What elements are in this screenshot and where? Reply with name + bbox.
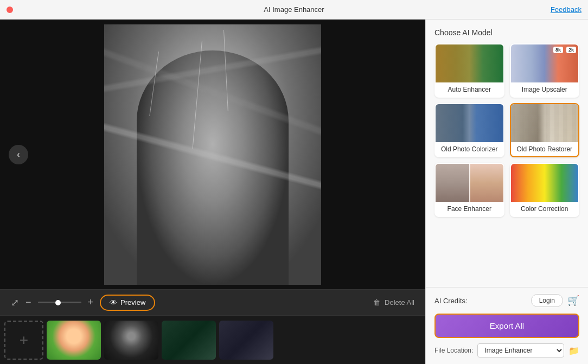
model-card-image-upscaler[interactable]: Image Upscaler	[510, 43, 580, 98]
split-line	[469, 164, 470, 202]
feedback-link[interactable]: Feedback	[551, 5, 581, 14]
models-title: Choose AI Model	[434, 28, 579, 37]
face-after	[469, 164, 503, 202]
image-area: ‹	[0, 20, 425, 289]
eye-icon: 👁	[110, 298, 117, 307]
credits-row: AI Credits: Login 🛒	[434, 294, 579, 307]
main-image-container	[104, 24, 321, 285]
ai-credits-label: AI Credits:	[434, 297, 468, 305]
window-close-dot[interactable]	[7, 7, 13, 13]
plus-icon: +	[20, 331, 28, 349]
login-button[interactable]: Login	[531, 294, 563, 307]
zoom-in-icon[interactable]: +	[88, 297, 94, 308]
preview-label: Preview	[120, 298, 145, 306]
app-title: AI Image Enhancer	[264, 5, 324, 14]
main-layout: ‹ ⤢ − + 👁 Preview 🗑 Delete All	[0, 20, 588, 364]
model-old-colorizer-image	[436, 104, 503, 142]
delete-all-label: Delete All	[385, 298, 414, 306]
model-image-upscaler-label: Image Upscaler	[511, 82, 579, 97]
left-panel: ‹ ⤢ − + 👁 Preview 🗑 Delete All	[0, 20, 425, 364]
model-face-enhancer-label: Face Enhancer	[436, 202, 503, 216]
model-card-old-photo-restorer[interactable]: Old Photo Restorer	[510, 103, 580, 157]
model-old-photo-restorer-label: Old Photo Restorer	[511, 142, 579, 156]
filmstrip-item-image	[47, 321, 101, 360]
model-old-restorer-image	[511, 104, 579, 142]
add-photo-button[interactable]: +	[4, 321, 43, 360]
models-grid: Auto Enhancer Image Upscaler Old Photo C…	[434, 43, 579, 217]
file-location-row: File Location: Image Enhancer Desktop Do…	[434, 343, 579, 357]
model-face-enhancer-image	[436, 164, 503, 202]
model-card-color-correction[interactable]: Color Correction	[510, 163, 580, 217]
credits-actions: Login 🛒	[531, 294, 579, 307]
filmstrip-item-image	[162, 321, 216, 360]
file-location-label: File Location:	[434, 347, 473, 354]
toolbar: ⤢ − + 👁 Preview 🗑 Delete All	[0, 289, 425, 315]
filmstrip-item[interactable]	[162, 321, 216, 360]
zoom-slider-container	[38, 302, 81, 303]
model-auto-enhancer-label: Auto Enhancer	[436, 82, 503, 97]
zoom-slider[interactable]	[38, 302, 81, 303]
photo-background	[104, 24, 321, 285]
open-folder-icon[interactable]: 📁	[568, 346, 579, 356]
right-panel: Choose AI Model Auto Enhancer Image Upsc…	[425, 20, 588, 364]
filmstrip-item[interactable]	[104, 321, 158, 360]
toolbar-left: ⤢ − + 👁 Preview	[11, 295, 155, 311]
model-old-photo-colorizer-label: Old Photo Colorizer	[436, 142, 503, 156]
model-card-old-photo-colorizer[interactable]: Old Photo Colorizer	[434, 103, 504, 157]
title-bar: AI Image Enhancer Feedback	[0, 0, 588, 20]
zoom-out-icon[interactable]: −	[25, 297, 31, 308]
export-all-button[interactable]: Export All	[434, 314, 579, 338]
model-auto-enhancer-image	[436, 44, 503, 82]
trash-icon: 🗑	[373, 298, 380, 306]
photo-scratches	[104, 24, 321, 285]
file-location-select[interactable]: Image Enhancer Desktop Documents Downloa…	[477, 343, 564, 357]
cart-icon[interactable]: 🛒	[567, 295, 579, 306]
preview-button[interactable]: 👁 Preview	[100, 295, 155, 311]
filmstrip: +	[0, 315, 425, 364]
filmstrip-item[interactable]	[219, 321, 273, 360]
face-before	[436, 164, 469, 202]
filmstrip-item[interactable]	[47, 321, 101, 360]
model-color-correction-label: Color Correction	[511, 202, 579, 216]
model-color-correction-image	[511, 164, 579, 202]
model-card-face-enhancer[interactable]: Face Enhancer	[434, 163, 504, 217]
filmstrip-item-image	[104, 321, 158, 360]
models-section: Choose AI Model Auto Enhancer Image Upsc…	[426, 20, 588, 287]
nav-arrow-left-button[interactable]: ‹	[9, 145, 28, 164]
fit-screen-icon[interactable]: ⤢	[11, 297, 19, 309]
bottom-section: AI Credits: Login 🛒 Export All File Loca…	[426, 287, 588, 364]
model-image-upscaler-image	[511, 44, 579, 82]
model-card-auto-enhancer[interactable]: Auto Enhancer	[434, 43, 504, 98]
toolbar-right[interactable]: 🗑 Delete All	[373, 298, 414, 306]
main-image	[104, 24, 321, 285]
filmstrip-item-image	[219, 321, 273, 360]
